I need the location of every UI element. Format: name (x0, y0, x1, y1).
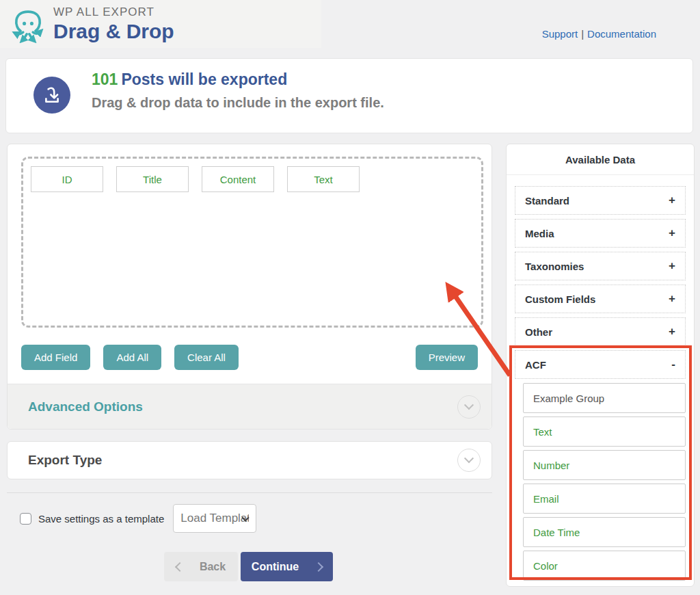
load-template-value: Load Template... (180, 512, 249, 525)
continue-button[interactable]: Continue (241, 552, 333, 581)
header-links: Support|Documentation (542, 28, 656, 40)
plus-icon[interactable]: + (669, 259, 675, 273)
documentation-link[interactable]: Documentation (587, 28, 656, 40)
acf-item-email[interactable]: Email (523, 484, 686, 514)
acf-item-color[interactable]: Color (523, 551, 686, 581)
section-label: Standard (525, 195, 569, 207)
selected-fields: ID Title Content Text (31, 166, 474, 192)
wp-all-export-page: WP ALL EXPORT Drag & Drop Support|Docume… (0, 0, 700, 595)
load-template-select[interactable]: Load Template... (173, 504, 256, 533)
field-chip-title[interactable]: Title (116, 166, 189, 192)
page-header: WP ALL EXPORT Drag & Drop Support|Docume… (0, 0, 700, 58)
sidebar-section-standard[interactable]: Standard + (515, 186, 686, 215)
brand-name: WP ALL EXPORT (53, 5, 174, 19)
banner-title-text: Posts will be exported (121, 70, 287, 88)
advanced-options-label: Advanced Options (28, 399, 143, 414)
back-label: Back (200, 561, 226, 573)
available-data-sections: Standard + Media + Taxonomies + Custom F… (507, 175, 694, 581)
acf-item-date-time[interactable]: Date Time (523, 517, 686, 547)
section-label: ACF (525, 359, 546, 371)
preview-button[interactable]: Preview (416, 345, 478, 370)
section-label: Media (525, 228, 554, 239)
field-chip-content[interactable]: Content (202, 166, 274, 192)
download-icon (33, 77, 70, 114)
acf-item-text[interactable]: Text (523, 416, 686, 447)
advanced-options-toggle[interactable]: Advanced Options (8, 384, 492, 429)
chevron-down-icon[interactable] (457, 449, 481, 472)
drag-drop-zone[interactable]: ID Title Content Text (21, 157, 483, 328)
support-link[interactable]: Support (542, 28, 578, 40)
plus-icon[interactable]: + (669, 194, 675, 207)
chevron-down-icon[interactable] (457, 395, 481, 419)
plus-icon[interactable]: + (669, 325, 675, 339)
back-button[interactable]: Back (164, 552, 238, 581)
clear-all-button[interactable]: Clear All (174, 345, 239, 370)
section-label: Taxonomies (525, 261, 584, 272)
minus-icon[interactable]: - (671, 358, 675, 371)
sidebar-section-acf[interactable]: ACF - (515, 350, 686, 379)
section-label: Custom Fields (525, 293, 595, 305)
section-divider (7, 492, 492, 493)
sidebar-section-media[interactable]: Media + (515, 219, 686, 248)
links-separator: | (581, 28, 584, 40)
available-data-title: Available Data (507, 144, 694, 175)
field-chip-id[interactable]: ID (31, 166, 103, 192)
acf-item-example-group[interactable]: Example Group (523, 383, 686, 413)
sidebar-section-taxonomies[interactable]: Taxonomies + (515, 252, 686, 280)
banner-text: 101Posts will be exported Drag & drop da… (92, 70, 384, 111)
export-type-label: Export Type (28, 453, 102, 468)
sidebar-section-other[interactable]: Other + (515, 317, 686, 346)
save-template-label[interactable]: Save settings as a template (38, 513, 164, 525)
acf-field-list: Example Group Text Number Email Date Tim… (515, 383, 686, 581)
octopus-logo-icon (8, 5, 48, 49)
page-title: Drag & Drop (53, 20, 174, 43)
add-all-button[interactable]: Add All (103, 345, 161, 370)
add-field-button[interactable]: Add Field (21, 345, 90, 370)
available-data-panel: Available Data Standard + Media + Taxono… (506, 144, 695, 587)
plus-icon[interactable]: + (669, 292, 675, 306)
template-row: Save settings as a template Load Templat… (20, 504, 256, 533)
brand-block: WP ALL EXPORT Drag & Drop (53, 5, 174, 43)
export-type-toggle[interactable]: Export Type (7, 441, 492, 479)
save-template-checkbox[interactable] (20, 513, 31, 525)
chevron-left-icon (175, 561, 185, 571)
post-count: 101 (92, 70, 118, 88)
sidebar-section-custom-fields[interactable]: Custom Fields + (515, 285, 686, 313)
chevron-right-icon (314, 561, 323, 571)
export-editor-card: ID Title Content Text Add Field Add All … (7, 144, 492, 429)
export-summary-banner: 101Posts will be exported Drag & drop da… (5, 58, 693, 133)
continue-label: Continue (252, 561, 299, 573)
section-label: Other (525, 326, 552, 338)
banner-title: 101Posts will be exported (92, 70, 384, 89)
editor-buttons-row: Add Field Add All Clear All Preview (21, 345, 478, 370)
field-chip-text[interactable]: Text (287, 166, 360, 192)
plus-icon[interactable]: + (669, 226, 675, 240)
banner-subtitle: Drag & drop data to include in the expor… (92, 95, 384, 111)
acf-item-number[interactable]: Number (523, 450, 686, 480)
